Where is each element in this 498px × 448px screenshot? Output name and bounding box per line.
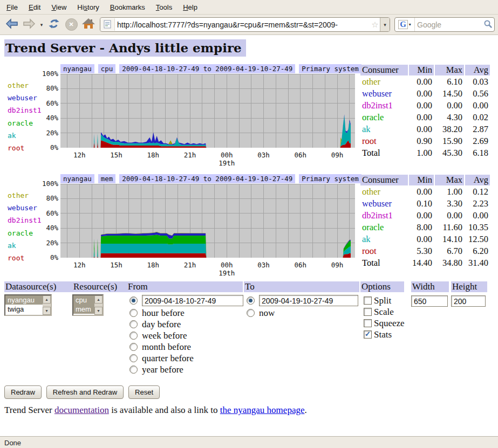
from-radio-year-before[interactable]: [129, 366, 138, 374]
reload-button[interactable]: [45, 17, 63, 33]
search-input[interactable]: [415, 20, 481, 29]
url-bar[interactable]: ☆ ▾: [100, 17, 390, 32]
documentation-link[interactable]: documentation: [54, 405, 109, 415]
to-row-now: now: [244, 307, 275, 319]
forward-button[interactable]: [21, 17, 38, 33]
x-tick-label: 21h: [179, 261, 201, 269]
from-date-input[interactable]: [142, 295, 243, 306]
scroll-up-icon[interactable]: ▲: [43, 295, 51, 304]
from-radio-day-before[interactable]: [129, 320, 138, 328]
footer-mid: is available and also a link to: [109, 405, 220, 415]
menu-edit[interactable]: Edit: [23, 1, 46, 13]
menu-bookmarks[interactable]: Bookmarks: [105, 1, 151, 13]
stats-value: 4.30: [435, 112, 464, 123]
stats-consumer: ak: [360, 124, 408, 135]
form-buttons: Redraw Refresh and Redraw Reset: [4, 385, 160, 399]
from-row-hour-before: hour before: [127, 307, 194, 319]
to-date-input[interactable]: [259, 295, 358, 306]
stats-value: 45.30: [435, 148, 464, 158]
resource-option-cpu[interactable]: cpu: [73, 295, 94, 305]
menu-file[interactable]: File: [1, 1, 23, 13]
url-dropdown-button[interactable]: ▾: [380, 18, 390, 31]
y-tick-label: 0%: [33, 253, 58, 261]
datasource-listbox[interactable]: nyangautwiga▲▼: [4, 294, 52, 316]
reset-button[interactable]: Reset: [128, 385, 160, 399]
nyangau-homepage-link[interactable]: the nyangau homepage: [220, 405, 305, 415]
resource-scrollbar[interactable]: ▲▼: [94, 295, 103, 315]
stats-row: db2inst10.000.000.00: [360, 210, 490, 221]
back-button[interactable]: [3, 17, 21, 33]
scroll-down-icon[interactable]: ▼: [94, 307, 103, 315]
stats-value: 14.10: [435, 234, 464, 245]
from-row-day-before: day before: [127, 319, 194, 330]
stats-value: 6.20: [465, 246, 490, 257]
redraw-button[interactable]: Redraw: [4, 385, 42, 399]
url-input[interactable]: [115, 20, 370, 29]
datasource-scrollbar[interactable]: ▲▼: [43, 295, 51, 315]
from-radio-hour-before[interactable]: [129, 309, 138, 317]
stats-value: 0.00: [409, 210, 434, 221]
from-row-quarter-before: quarter before: [127, 353, 194, 364]
datasource-option-nyangau[interactable]: nyangau: [5, 295, 43, 305]
refresh-and-redraw-button[interactable]: Refresh and Redraw: [46, 385, 124, 399]
to-radio-now[interactable]: [247, 309, 255, 317]
y-tick-label: 60%: [33, 209, 58, 217]
squeeze-checkbox[interactable]: [364, 319, 372, 327]
to-date-radio[interactable]: [247, 297, 255, 305]
menu-history[interactable]: History: [72, 1, 104, 13]
status-bar: Done: [0, 436, 498, 448]
stats-row: ak0.0014.1012.50: [360, 234, 490, 245]
to-header: To: [244, 281, 359, 292]
scroll-up-icon[interactable]: ▲: [94, 295, 103, 304]
scale-checkbox[interactable]: [364, 308, 372, 316]
search-go-button[interactable]: [481, 19, 494, 31]
home-icon: [81, 17, 95, 32]
stats-row: root5.306.706.20: [360, 246, 490, 257]
search-engine-button[interactable]: G ▾: [395, 18, 415, 31]
from-radio-week-before[interactable]: [129, 332, 138, 340]
stats-value: 6.10: [435, 77, 464, 87]
from-date-radio[interactable]: [129, 297, 138, 305]
stats-checkbox[interactable]: ✓: [364, 330, 372, 339]
option-row-stats: ✓Stats: [360, 329, 405, 340]
search-bar[interactable]: G ▾: [394, 17, 495, 32]
x-tick-label: 12h: [69, 261, 90, 269]
stats-value: 0.00: [409, 187, 434, 197]
stats-value: 8.00: [409, 222, 434, 233]
height-input[interactable]: [451, 295, 486, 307]
stats-consumer: ak: [360, 234, 408, 245]
stats-value: 15.90: [435, 136, 464, 147]
resource-listbox[interactable]: cpumem▲▼: [72, 294, 104, 316]
home-button[interactable]: [80, 17, 97, 33]
stats-value: 38.20: [435, 124, 464, 135]
stats-table-cpu: ConsumerMinMaxAvgother0.006.100.03webuse…: [359, 64, 491, 160]
split-checkbox[interactable]: [364, 297, 372, 305]
menu-tools[interactable]: Tools: [151, 1, 178, 13]
bookmark-star-icon[interactable]: ☆: [370, 20, 380, 30]
from-row-year-before: year before: [127, 364, 194, 375]
option-checkboxes: SplitScaleSqueeze✓Stats: [360, 295, 405, 340]
stats-value: 3.30: [435, 198, 464, 209]
scroll-down-icon[interactable]: ▼: [43, 307, 51, 315]
datasource-option-twiga[interactable]: twiga: [5, 305, 43, 314]
stats-value: 0.03: [465, 77, 490, 87]
history-dropdown-button[interactable]: ▾: [38, 17, 45, 33]
menu-help[interactable]: Help: [178, 1, 203, 13]
y-tick-label: 20%: [33, 129, 58, 137]
to-options: now: [244, 307, 275, 319]
stats-row: webuser0.103.302.23: [360, 198, 490, 209]
stats-header-max: Max: [435, 175, 464, 185]
stats-value: 2.87: [465, 124, 490, 135]
stop-button[interactable]: ✕: [63, 17, 80, 33]
width-input[interactable]: [411, 295, 448, 307]
stats-header-avg: Avg: [465, 65, 490, 75]
menu-bar: FileEditViewHistoryBookmarksToolsHelp: [0, 0, 498, 15]
stats-header-avg: Avg: [465, 175, 490, 185]
menu-view[interactable]: View: [46, 1, 72, 13]
from-radio-month-before[interactable]: [129, 343, 138, 351]
y-tick-label: 80%: [33, 84, 58, 92]
resource-option-mem[interactable]: mem: [73, 305, 94, 314]
from-radio-quarter-before[interactable]: [129, 354, 138, 362]
legend-root: root: [8, 254, 24, 262]
legend-ak: ak: [8, 132, 16, 140]
